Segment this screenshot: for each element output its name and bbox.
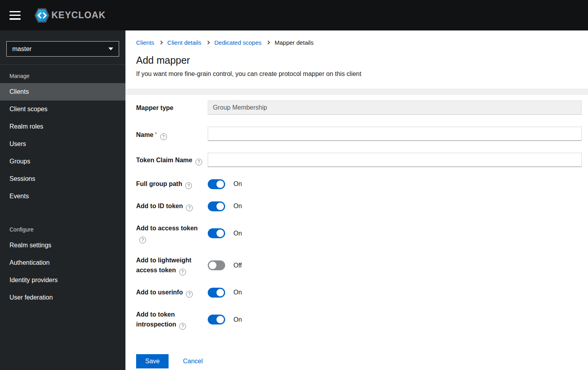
add-to-userinfo-label-wrap: Add to userinfo? bbox=[136, 287, 208, 298]
name-input[interactable] bbox=[208, 127, 582, 141]
nav-section-configure: Configure Realm settings Authentication … bbox=[0, 218, 125, 306]
breadcrumb-link-dedicated-scopes[interactable]: Dedicated scopes bbox=[214, 39, 262, 46]
add-to-access-token-row: Add to access token? On bbox=[136, 223, 582, 243]
app-shell: master Manage Clients Client scopes Real… bbox=[0, 30, 588, 370]
chevron-down-icon bbox=[108, 47, 113, 50]
realm-selector-area: master bbox=[0, 30, 125, 65]
realm-selector-value: master bbox=[12, 46, 32, 53]
toggle-knob bbox=[216, 230, 224, 237]
nav-section-manage: Manage Clients Client scopes Realm roles… bbox=[0, 65, 125, 205]
breadcrumb-link-clients[interactable]: Clients bbox=[136, 39, 154, 46]
sidebar: master Manage Clients Client scopes Real… bbox=[0, 30, 125, 370]
add-to-lightweight-access-token-label-wrap: Add to lightweight access token? bbox=[136, 255, 208, 275]
chevron-right-icon bbox=[159, 41, 163, 45]
add-to-token-introspection-row: Add to token introspection? On bbox=[136, 309, 582, 330]
chevron-right-icon bbox=[266, 41, 270, 45]
mapper-type-input bbox=[208, 101, 582, 115]
add-to-access-token-label-wrap: Add to access token? bbox=[136, 223, 208, 243]
name-row: Name*? bbox=[136, 127, 582, 141]
brand-name: KEYCLOAK bbox=[51, 10, 106, 21]
full-group-path-label: Full group path bbox=[136, 180, 182, 187]
sidebar-item-client-scopes[interactable]: Client scopes bbox=[0, 101, 125, 118]
main-content: Clients Client details Dedicated scopes … bbox=[125, 30, 588, 370]
toggle-knob bbox=[216, 180, 224, 188]
breadcrumb-link-client-details[interactable]: Client details bbox=[167, 39, 201, 46]
add-mapper-form: Mapper type Name*? bbox=[125, 95, 588, 370]
token-claim-name-input[interactable] bbox=[208, 153, 582, 167]
toggle-state-label: On bbox=[233, 230, 242, 237]
add-to-id-token-row: Add to ID token? On bbox=[136, 201, 582, 211]
add-to-token-introspection-toggle[interactable] bbox=[208, 315, 225, 324]
keycloak-brand[interactable]: KEYCLOAK bbox=[34, 8, 106, 23]
help-icon[interactable]: ? bbox=[195, 159, 202, 165]
realm-selector[interactable]: master bbox=[6, 41, 119, 57]
full-group-path-label-wrap: Full group path? bbox=[136, 179, 208, 189]
name-label: Name bbox=[136, 131, 154, 138]
help-icon[interactable]: ? bbox=[179, 323, 186, 330]
nav-section-heading: Configure bbox=[0, 218, 125, 237]
toggle-state-label: On bbox=[233, 203, 242, 210]
toggle-knob bbox=[216, 289, 224, 296]
breadcrumb: Clients Client details Dedicated scopes … bbox=[136, 39, 582, 46]
save-button[interactable]: Save bbox=[136, 354, 169, 368]
help-icon[interactable]: ? bbox=[160, 133, 167, 140]
add-to-access-token-label: Add to access token bbox=[136, 225, 198, 231]
add-to-id-token-label-wrap: Add to ID token? bbox=[136, 201, 208, 211]
keycloak-logo-icon bbox=[34, 8, 50, 23]
top-bar: KEYCLOAK bbox=[0, 0, 588, 30]
toggle-state-label: On bbox=[233, 316, 242, 323]
toggle-state-label: On bbox=[233, 289, 242, 296]
sidebar-item-realm-roles[interactable]: Realm roles bbox=[0, 118, 125, 135]
name-label-wrap: Name*? bbox=[136, 127, 208, 141]
add-to-token-introspection-label-wrap: Add to token introspection? bbox=[136, 309, 208, 330]
hamburger-menu-icon[interactable] bbox=[9, 11, 21, 20]
mapper-type-row: Mapper type bbox=[136, 101, 582, 115]
help-icon[interactable]: ? bbox=[186, 291, 193, 298]
token-claim-name-row: Token Claim Name? bbox=[136, 153, 582, 167]
add-to-userinfo-label: Add to userinfo bbox=[136, 289, 183, 296]
add-to-token-introspection-label: Add to token introspection bbox=[136, 311, 176, 328]
full-group-path-toggle[interactable] bbox=[208, 179, 225, 189]
sidebar-item-realm-settings[interactable]: Realm settings bbox=[0, 237, 125, 254]
required-asterisk: * bbox=[155, 131, 157, 137]
form-actions: Save Cancel bbox=[136, 354, 582, 368]
add-to-lightweight-access-token-row: Add to lightweight access token? Off bbox=[136, 255, 582, 275]
full-group-path-row: Full group path? On bbox=[136, 179, 582, 189]
help-icon[interactable]: ? bbox=[139, 237, 146, 243]
page-subtitle: If you want more fine-grain control, you… bbox=[136, 70, 582, 78]
toggle-knob bbox=[216, 316, 224, 323]
breadcrumb-current: Mapper details bbox=[275, 39, 313, 46]
add-to-userinfo-toggle[interactable] bbox=[208, 288, 225, 298]
chevron-right-icon bbox=[206, 41, 210, 45]
sidebar-item-user-federation[interactable]: User federation bbox=[0, 289, 125, 306]
sidebar-item-clients[interactable]: Clients bbox=[0, 83, 125, 101]
add-to-id-token-toggle[interactable] bbox=[208, 201, 225, 211]
sidebar-item-events[interactable]: Events bbox=[0, 188, 125, 205]
token-claim-name-label-wrap: Token Claim Name? bbox=[136, 153, 208, 167]
sidebar-item-identity-providers[interactable]: Identity providers bbox=[0, 271, 125, 289]
help-icon[interactable]: ? bbox=[179, 269, 186, 275]
sidebar-item-users[interactable]: Users bbox=[0, 135, 125, 153]
keycloak-admin-console: KEYCLOAK master Manage Clients Client sc… bbox=[0, 0, 588, 370]
add-to-userinfo-row: Add to userinfo? On bbox=[136, 287, 582, 298]
toggle-knob bbox=[209, 262, 216, 269]
page-header: Clients Client details Dedicated scopes … bbox=[125, 30, 588, 89]
toggle-state-label: On bbox=[233, 180, 242, 188]
add-to-id-token-label: Add to ID token bbox=[136, 203, 183, 209]
sidebar-item-groups[interactable]: Groups bbox=[0, 153, 125, 170]
sidebar-item-sessions[interactable]: Sessions bbox=[0, 170, 125, 188]
toggle-knob bbox=[216, 203, 224, 210]
add-to-access-token-toggle[interactable] bbox=[208, 228, 225, 238]
cancel-button[interactable]: Cancel bbox=[183, 358, 203, 365]
page-title: Add mapper bbox=[136, 55, 582, 66]
add-to-lightweight-access-token-toggle[interactable] bbox=[208, 260, 225, 270]
nav-section-heading: Manage bbox=[0, 65, 125, 83]
toggle-state-label: Off bbox=[233, 262, 242, 269]
sidebar-item-authentication[interactable]: Authentication bbox=[0, 254, 125, 271]
help-icon[interactable]: ? bbox=[185, 182, 192, 189]
token-claim-name-label: Token Claim Name bbox=[136, 157, 192, 163]
mapper-type-label: Mapper type bbox=[136, 101, 208, 115]
help-icon[interactable]: ? bbox=[186, 205, 193, 211]
